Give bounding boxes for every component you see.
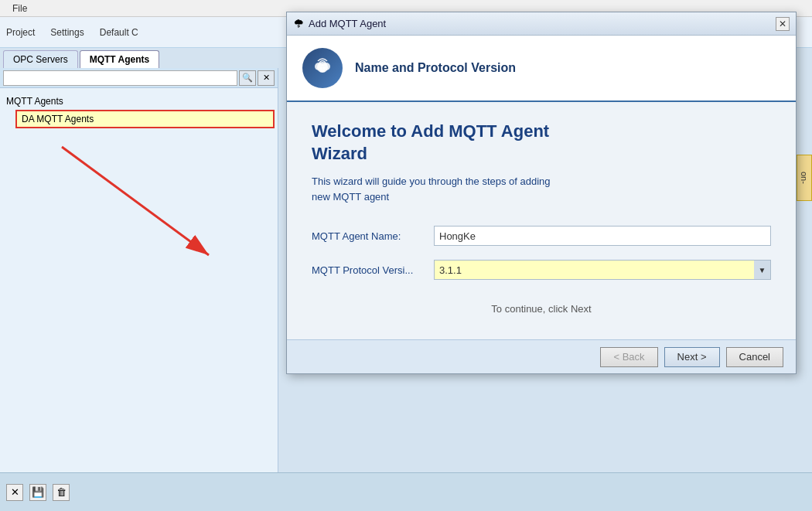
protocol-select-wrapper: 3.1.1 3.1 5.0 ▼ [434, 260, 771, 280]
agent-name-input[interactable] [434, 226, 771, 246]
protocol-label: MQTT Protocol Versi... [312, 264, 428, 276]
back-button[interactable]: < Back [600, 347, 657, 367]
welcome-title: Welcome to Add MQTT AgentWizard [312, 121, 771, 165]
svg-rect-5 [320, 67, 325, 72]
next-button[interactable]: Next > [664, 347, 720, 367]
dialog-title-icon: 🌩 [293, 18, 304, 30]
agent-name-label: MQTT Agent Name: [312, 230, 428, 242]
protocol-version-row: MQTT Protocol Versi... 3.1.1 3.1 5.0 ▼ [312, 260, 771, 280]
agent-name-row: MQTT Agent Name: [312, 226, 771, 246]
protocol-select[interactable]: 3.1.1 3.1 5.0 [434, 260, 771, 280]
dialog-header-text: Name and Protocol Version [355, 61, 516, 75]
svg-point-6 [322, 64, 324, 66]
cancel-button[interactable]: Cancel [726, 347, 783, 367]
dialog-overlay: 🌩 Add MQTT Agent ✕ [0, 0, 812, 511]
dialog-header-main-title: Name and Protocol Version [355, 61, 516, 75]
welcome-description: This wizard will guide you through the s… [312, 174, 771, 204]
dialog-close-button[interactable]: ✕ [776, 17, 790, 31]
dialog-titlebar: 🌩 Add MQTT Agent ✕ [287, 12, 796, 36]
add-mqtt-agent-dialog: 🌩 Add MQTT Agent ✕ [286, 12, 797, 374]
dialog-header: Name and Protocol Version [287, 36, 796, 102]
dialog-title-text: Add MQTT Agent [309, 18, 771, 29]
dialog-body: Welcome to Add MQTT AgentWizard This wiz… [287, 102, 796, 339]
continue-text: To continue, click Next [312, 303, 771, 315]
protocol-dropdown-arrow[interactable]: ▼ [754, 260, 771, 280]
dialog-header-icon [302, 48, 343, 88]
dialog-footer: < Back Next > Cancel [287, 339, 796, 373]
mqtt-cloud-icon [310, 53, 335, 83]
